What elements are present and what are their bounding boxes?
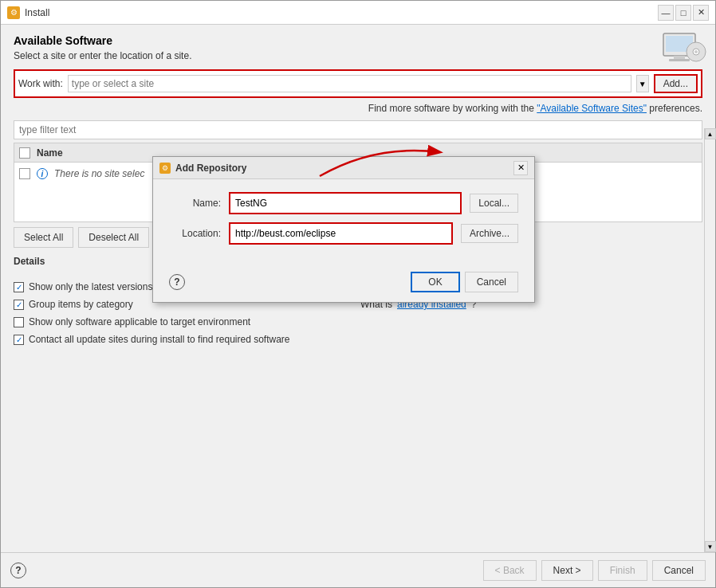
dialog-title-text: Add Repository: [175, 163, 246, 174]
work-with-input[interactable]: [68, 75, 631, 92]
dialog-action-buttons: OK Cancel: [411, 272, 518, 292]
page-title: Available Software: [14, 34, 702, 47]
dropdown-arrow[interactable]: ▼: [636, 75, 649, 92]
info-icon[interactable]: i: [37, 168, 48, 179]
scroll-up-button[interactable]: ▲: [705, 128, 716, 139]
cb1-checkbox[interactable]: [14, 282, 24, 292]
work-with-label: Work with:: [18, 78, 63, 89]
select-all-checkbox[interactable]: [19, 147, 30, 159]
available-software-sites-link[interactable]: "Available Software Sites": [537, 103, 647, 114]
bottom-bar: ? < Back Next > Finish Cancel: [1, 552, 715, 587]
name-input-wrap: [229, 192, 462, 214]
bottom-left: ?: [10, 563, 26, 578]
name-column-header: Name: [37, 147, 63, 159]
help-icon[interactable]: ?: [10, 563, 26, 578]
name-label: Name:: [169, 198, 221, 209]
title-icon: ⚙: [7, 6, 20, 19]
svg-point-6: [694, 50, 698, 53]
cb3-checkbox[interactable]: [14, 300, 24, 310]
window-title: Install: [25, 7, 49, 18]
add-button[interactable]: Add...: [654, 74, 698, 93]
main-window: ⚙ Install — □ ✕ Available Software: [0, 0, 716, 588]
next-button[interactable]: Next >: [541, 560, 593, 581]
cb5-checkbox[interactable]: [14, 317, 24, 327]
select-all-button[interactable]: Select All: [14, 227, 73, 248]
close-button[interactable]: ✕: [693, 5, 709, 21]
name-field-row: Name: Local...: [169, 192, 518, 214]
scrollbar: ▲ ▼: [704, 128, 715, 552]
ok-button[interactable]: OK: [411, 272, 459, 292]
work-with-row: Work with: ▼ Add...: [14, 69, 702, 98]
dialog-buttons-row: ? OK Cancel: [153, 265, 534, 302]
scroll-down-button[interactable]: ▼: [705, 541, 716, 552]
back-button[interactable]: < Back: [483, 560, 537, 581]
dialog-help-icon[interactable]: ?: [169, 274, 185, 290]
archive-button[interactable]: Archive...: [461, 224, 518, 243]
location-label: Location:: [169, 228, 221, 239]
maximize-button[interactable]: □: [675, 5, 691, 21]
cb6-label: Contact all update sites during install …: [29, 334, 290, 345]
location-field-row: Location: Archive...: [169, 222, 518, 245]
location-input-wrap: [229, 222, 453, 245]
info-row: Find more software by working with the "…: [14, 103, 702, 114]
local-button[interactable]: Local...: [470, 194, 518, 213]
header-icon-area: [659, 29, 707, 72]
install-icon: [659, 29, 707, 69]
title-bar: ⚙ Install — □ ✕: [1, 1, 715, 25]
location-input[interactable]: [230, 224, 451, 243]
name-input[interactable]: [230, 194, 460, 213]
dialog-close-button[interactable]: ✕: [513, 161, 528, 175]
dialog-title-left: ⚙ Add Repository: [159, 163, 246, 174]
arrow-svg: [312, 136, 471, 184]
minimize-button[interactable]: —: [658, 5, 674, 21]
svg-rect-3: [669, 59, 690, 61]
svg-rect-2: [674, 56, 685, 59]
dialog-title-icon: ⚙: [159, 163, 171, 174]
cancel-button[interactable]: Cancel: [652, 560, 706, 581]
cb6-checkbox[interactable]: [14, 335, 24, 345]
cb6-row: Contact all update sites during install …: [14, 334, 356, 345]
cb5-row: Show only software applicable to target …: [14, 316, 356, 327]
bottom-right: < Back Next > Finish Cancel: [483, 560, 706, 581]
row-checkbox[interactable]: [19, 168, 30, 179]
location-side-buttons: Archive...: [461, 224, 518, 243]
title-controls: — □ ✕: [658, 5, 709, 21]
name-side-buttons: Local...: [470, 194, 518, 213]
deselect-all-button[interactable]: Deselect All: [78, 227, 149, 248]
scroll-track[interactable]: [705, 139, 716, 541]
dialog-cancel-button[interactable]: Cancel: [465, 272, 518, 292]
cb3-label: Group items by category: [29, 299, 133, 310]
cb5-label: Show only software applicable to target …: [29, 316, 250, 327]
page-header: Available Software Select a site or ente…: [14, 34, 702, 61]
page-subtitle: Select a site or enter the location of a…: [14, 50, 702, 61]
title-bar-left: ⚙ Install: [7, 6, 49, 19]
row-text: There is no site selec: [54, 168, 144, 179]
dialog-content: Name: Local... Location: Archive...: [153, 179, 534, 265]
arrow-annotation: [312, 136, 471, 186]
finish-button[interactable]: Finish: [598, 560, 647, 581]
